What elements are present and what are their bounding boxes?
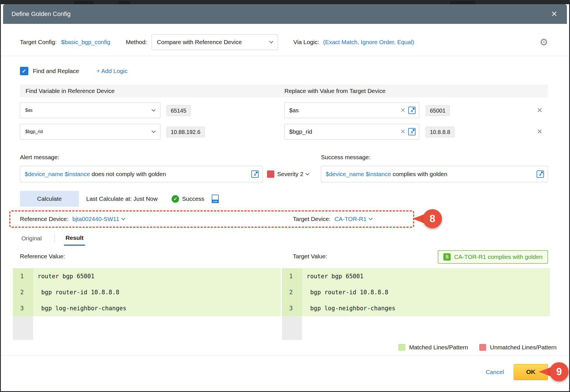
reference-value-label: Reference Value: — [20, 253, 65, 260]
target-value-text: 10.8.8.8 — [430, 129, 450, 135]
code-line: bgp router-id 10.8.8.8 — [33, 284, 281, 300]
target-config-label: Target Config: — [20, 39, 57, 45]
success-badge-icon: S — [443, 253, 451, 261]
unmatched-legend-label: Unmatched Lines/Pattern — [490, 344, 557, 351]
replace-variable-input[interactable]: $as ✕ x — [284, 102, 419, 118]
dialog-title: Define Golden Config — [12, 10, 70, 18]
chevron-down-icon — [269, 39, 273, 43]
success-message-input[interactable]: $device_name $instance complies with gol… — [321, 166, 548, 182]
target-value-chip: 10.8.8.8 — [426, 127, 454, 137]
find-column-header: Find Variable in Reference Device — [20, 88, 284, 94]
matched-legend-label: Matched Lines/Pattern — [409, 344, 468, 351]
variable-icon[interactable]: x — [408, 107, 416, 114]
alert-static-text: does not comply with golden — [90, 171, 166, 177]
success-variables: $device_name $instance — [326, 171, 391, 177]
cancel-button[interactable]: Cancel — [486, 369, 504, 375]
line-number: 3 — [282, 300, 302, 316]
severity-color-swatch — [267, 170, 274, 178]
reference-device-label: Reference Device: — [20, 216, 69, 222]
target-value-text: 65001 — [430, 108, 446, 114]
find-variable-select[interactable]: $as — [20, 102, 160, 118]
add-logic-link[interactable]: + Add Logic — [97, 68, 127, 74]
calculate-row: Calculate Last Calculate at: Just Now ✓ … — [20, 191, 548, 207]
reference-value-text: 65145 — [171, 108, 186, 114]
log-icon[interactable]: LOG — [212, 195, 219, 203]
result-tabs: Original Result — [20, 231, 85, 246]
table-row: $bgp_rid 10.88.192.6 $bgp_rid ✕ x 10.8.8… — [20, 124, 548, 140]
alert-message-text: $device_name $instance does not comply w… — [25, 171, 251, 177]
replace-variable-value: $bgp_rid — [289, 128, 400, 135]
value-labels-row: Reference Value: Target Value: S CA-TOR-… — [20, 250, 548, 265]
chevron-down-icon — [369, 216, 373, 220]
line-number: 1 — [13, 268, 33, 284]
divider — [1, 56, 569, 56]
tab-divider — [54, 234, 54, 243]
find-replace-table-header: Find Variable in Reference Device Replac… — [20, 85, 548, 97]
reference-device-value: bjta002440-SW11 — [72, 216, 119, 222]
chevron-down-icon — [152, 108, 156, 111]
variable-icon[interactable]: x — [251, 170, 259, 178]
code-line: bgp log-neighbor-changes — [33, 300, 281, 316]
severity-select[interactable]: Severity 2 — [267, 166, 309, 182]
log-icon-label: LOG — [212, 200, 219, 203]
chevron-down-icon — [305, 171, 309, 175]
table-row: $as 65145 $as ✕ x 65001 ✕ — [20, 102, 548, 118]
method-select[interactable]: Compare with Reference Device — [152, 34, 278, 50]
compliance-badge: S CA-TOR-R1 complies with golden — [438, 250, 548, 264]
variable-icon[interactable]: x — [408, 128, 416, 135]
target-code-panel: 1 2 3 router bgp 65001 bgp router-id 10.… — [282, 268, 550, 340]
calculate-button[interactable]: Calculate — [20, 191, 79, 207]
dialog-titlebar: Define Golden Config ✕ — [3, 4, 567, 24]
callout-8: 8 — [423, 209, 442, 228]
find-replace-checkbox[interactable]: ✓ — [20, 67, 28, 75]
target-device-select[interactable]: CA-TOR-R1 — [334, 216, 372, 222]
remove-row-icon[interactable]: ✕ — [537, 128, 542, 136]
line-number-gutter: 1 2 3 — [282, 268, 302, 340]
background-app-block — [119, 1, 130, 4]
variable-icon[interactable]: x — [537, 170, 544, 178]
code-line: bgp log-neighbor-changes — [302, 300, 550, 316]
message-row: $device_name $instance does not comply w… — [20, 166, 548, 182]
screenshot-root: Define Golden Config ✕ Target Config: $b… — [0, 0, 570, 392]
find-variable-select[interactable]: $bgp_rid — [20, 124, 160, 140]
find-replace-row: ✓ Find and Replace + Add Logic — [20, 66, 127, 76]
close-icon[interactable]: ✕ — [551, 10, 557, 18]
reference-value-text: 10.88.192.6 — [171, 129, 200, 135]
code-line: router bgp 65001 — [33, 268, 281, 284]
success-check-icon: ✓ — [172, 195, 179, 203]
gear-icon[interactable]: ⚙ — [540, 37, 548, 48]
calculate-status: Success — [182, 195, 204, 202]
success-static-text: complies with golden — [391, 171, 447, 177]
line-number: 2 — [282, 284, 302, 300]
divider — [1, 355, 569, 355]
reference-value-chip: 10.88.192.6 — [167, 127, 205, 137]
target-value-label: Target Value: — [293, 253, 327, 260]
clear-icon[interactable]: ✕ — [400, 107, 405, 114]
target-config-link[interactable]: $basic_bgp_config — [61, 39, 110, 45]
replace-variable-value: $as — [289, 107, 400, 114]
clear-icon[interactable]: ✕ — [400, 128, 405, 135]
reference-device-select[interactable]: bjta002440-SW11 — [72, 216, 125, 222]
background-app-block — [74, 1, 94, 4]
background-app-block — [450, 1, 475, 4]
matched-legend-swatch — [398, 344, 405, 351]
replace-column-header: Replace with Value from Target Device — [284, 88, 386, 94]
tab-result[interactable]: Result — [64, 231, 85, 246]
message-labels: Alert message: Success message: — [20, 154, 548, 162]
success-message-label: Success message: — [321, 154, 370, 161]
alert-message-input[interactable]: $device_name $instance does not comply w… — [20, 166, 263, 182]
alert-variables: $device_name $instance — [25, 171, 90, 177]
find-replace-label: Find and Replace — [33, 68, 79, 74]
via-logic-link[interactable]: (Exact Match, Ignore Order, Equal) — [323, 39, 414, 45]
replace-variable-input[interactable]: $bgp_rid ✕ x — [284, 124, 419, 140]
device-selection-row: Reference Device: bjta002440-SW11 Target… — [9, 210, 414, 228]
config-row: Target Config: $basic_bgp_config Method:… — [20, 34, 548, 50]
tab-original[interactable]: Original — [20, 231, 43, 246]
remove-row-icon[interactable]: ✕ — [537, 106, 542, 114]
target-device-label: Target Device: — [293, 216, 330, 222]
line-number: 1 — [282, 268, 302, 284]
callout-9-arrow — [539, 367, 551, 376]
code-line: router bgp 65001 — [302, 268, 550, 284]
unmatched-legend-swatch — [479, 344, 486, 351]
severity-value: Severity 2 — [277, 171, 303, 177]
